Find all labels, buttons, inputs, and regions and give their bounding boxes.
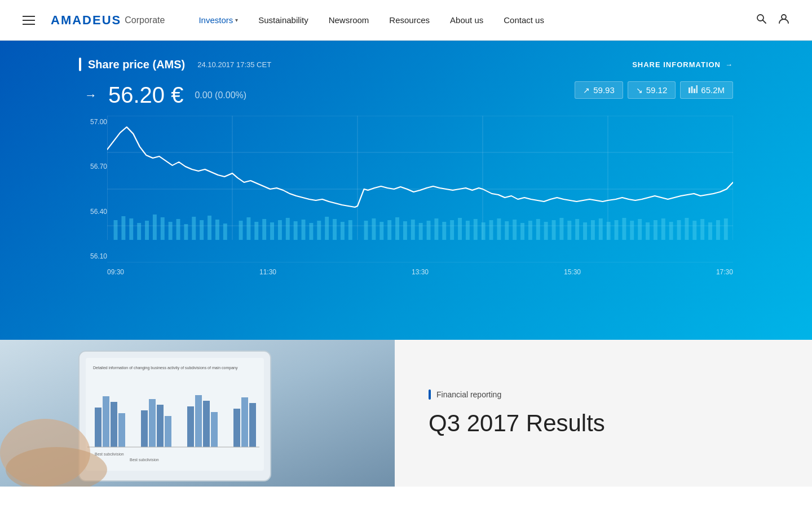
nav-newsroom[interactable]: Newsroom bbox=[329, 15, 369, 25]
chart-svg-wrapper bbox=[107, 116, 733, 265]
svg-rect-81 bbox=[622, 218, 626, 240]
svg-rect-60 bbox=[458, 218, 462, 240]
q3-title: Q3 2017 Results bbox=[429, 410, 778, 437]
stat-vol-value: 65.2M bbox=[701, 85, 725, 95]
svg-rect-114 bbox=[249, 403, 256, 447]
stat-high-value: 59.93 bbox=[593, 85, 615, 95]
logo-corporate: Corporate bbox=[125, 15, 165, 25]
y-label-4: 56.10 bbox=[79, 252, 107, 260]
svg-rect-112 bbox=[233, 409, 240, 447]
svg-rect-59 bbox=[450, 220, 454, 240]
financial-tag-text: Financial reporting bbox=[436, 390, 501, 399]
svg-rect-41 bbox=[302, 220, 306, 240]
svg-rect-52 bbox=[395, 217, 399, 240]
svg-rect-62 bbox=[474, 219, 478, 240]
chart-container: 57.00 56.70 56.40 56.10 bbox=[79, 116, 733, 276]
price-direction-icon: → bbox=[85, 88, 97, 103]
svg-rect-111 bbox=[211, 412, 218, 447]
nav-contact-us[interactable]: Contact us bbox=[504, 15, 544, 25]
y-label-3: 56.40 bbox=[79, 208, 107, 216]
svg-rect-105 bbox=[149, 399, 156, 447]
financial-content: Financial reporting Q3 2017 Results bbox=[395, 340, 812, 487]
nav-investors[interactable]: Investors ▾ bbox=[198, 15, 238, 25]
svg-rect-48 bbox=[364, 221, 368, 240]
svg-rect-33 bbox=[239, 221, 243, 240]
svg-rect-65 bbox=[497, 218, 501, 240]
svg-rect-74 bbox=[567, 221, 571, 240]
hamburger-menu[interactable] bbox=[23, 16, 35, 25]
svg-rect-21 bbox=[137, 223, 141, 240]
svg-rect-102 bbox=[111, 402, 117, 447]
financial-accent-bar bbox=[429, 389, 431, 400]
nav-sustainability[interactable]: Sustainability bbox=[258, 15, 308, 25]
arrow-right-icon: → bbox=[725, 60, 733, 69]
svg-rect-92 bbox=[708, 222, 712, 240]
svg-rect-27 bbox=[184, 224, 188, 240]
svg-rect-104 bbox=[141, 410, 148, 447]
svg-rect-72 bbox=[552, 220, 556, 240]
svg-rect-76 bbox=[583, 222, 587, 240]
svg-rect-93 bbox=[716, 220, 720, 240]
nav-resources[interactable]: Resources bbox=[389, 15, 430, 25]
nav-actions bbox=[756, 13, 789, 27]
svg-rect-110 bbox=[203, 401, 210, 447]
svg-text:Best subclivision: Best subclivision bbox=[130, 458, 159, 462]
svg-rect-85 bbox=[654, 220, 657, 240]
svg-rect-46 bbox=[341, 222, 345, 240]
x-label-5: 17:30 bbox=[716, 268, 733, 276]
svg-rect-64 bbox=[489, 220, 493, 240]
svg-rect-31 bbox=[215, 220, 219, 240]
svg-rect-67 bbox=[513, 220, 517, 240]
stat-volume: 65.2M bbox=[680, 81, 733, 99]
stat-low-value: 59.12 bbox=[646, 85, 668, 95]
svg-rect-43 bbox=[317, 221, 321, 240]
svg-rect-49 bbox=[372, 218, 376, 240]
svg-rect-68 bbox=[520, 223, 524, 240]
x-label-4: 15:30 bbox=[564, 268, 581, 276]
svg-rect-39 bbox=[286, 218, 290, 240]
hero-header: Share price (AMS) 24.10.2017 17:35 CET S… bbox=[79, 58, 733, 71]
nav-about-us[interactable]: About us bbox=[450, 15, 483, 25]
svg-rect-107 bbox=[165, 416, 171, 447]
svg-rect-44 bbox=[325, 217, 329, 240]
svg-rect-78 bbox=[599, 218, 603, 240]
investors-chevron-icon: ▾ bbox=[235, 17, 238, 23]
trend-up-icon: ↗ bbox=[583, 86, 590, 95]
y-label-1: 57.00 bbox=[79, 118, 107, 126]
stat-high: ↗ 59.93 bbox=[575, 81, 623, 99]
svg-rect-100 bbox=[95, 408, 102, 447]
svg-rect-113 bbox=[241, 397, 248, 447]
svg-rect-66 bbox=[505, 221, 509, 240]
svg-rect-5 bbox=[694, 89, 695, 93]
svg-rect-57 bbox=[434, 218, 438, 240]
svg-rect-86 bbox=[661, 218, 665, 240]
svg-point-2 bbox=[782, 15, 786, 19]
svg-rect-54 bbox=[411, 220, 415, 240]
financial-tag: Financial reporting bbox=[429, 389, 778, 400]
svg-rect-94 bbox=[724, 218, 728, 240]
svg-rect-69 bbox=[528, 221, 532, 240]
svg-line-1 bbox=[763, 20, 766, 24]
svg-rect-30 bbox=[208, 216, 211, 240]
svg-rect-37 bbox=[270, 222, 274, 240]
svg-rect-24 bbox=[161, 217, 165, 240]
svg-rect-4 bbox=[691, 86, 693, 93]
price-change: 0.00 (0.00%) bbox=[195, 90, 246, 100]
svg-rect-34 bbox=[246, 217, 250, 240]
svg-rect-38 bbox=[278, 220, 282, 240]
svg-rect-75 bbox=[575, 219, 579, 240]
navigation: amadeus Corporate Investors ▾ Sustainabi… bbox=[0, 0, 812, 41]
logo[interactable]: amadeus Corporate bbox=[51, 13, 165, 28]
share-info-link[interactable]: SHARE INFORMATION → bbox=[632, 60, 733, 69]
svg-rect-23 bbox=[153, 214, 157, 240]
share-price-label: Share price (AMS) bbox=[88, 58, 185, 71]
svg-rect-82 bbox=[630, 221, 634, 240]
price-chart bbox=[107, 116, 733, 262]
svg-rect-53 bbox=[403, 221, 407, 240]
svg-rect-28 bbox=[192, 217, 196, 240]
user-icon[interactable] bbox=[778, 13, 789, 27]
search-icon[interactable] bbox=[756, 13, 767, 27]
svg-rect-42 bbox=[309, 223, 313, 240]
svg-rect-3 bbox=[689, 87, 690, 93]
title-accent-bar bbox=[79, 58, 81, 71]
